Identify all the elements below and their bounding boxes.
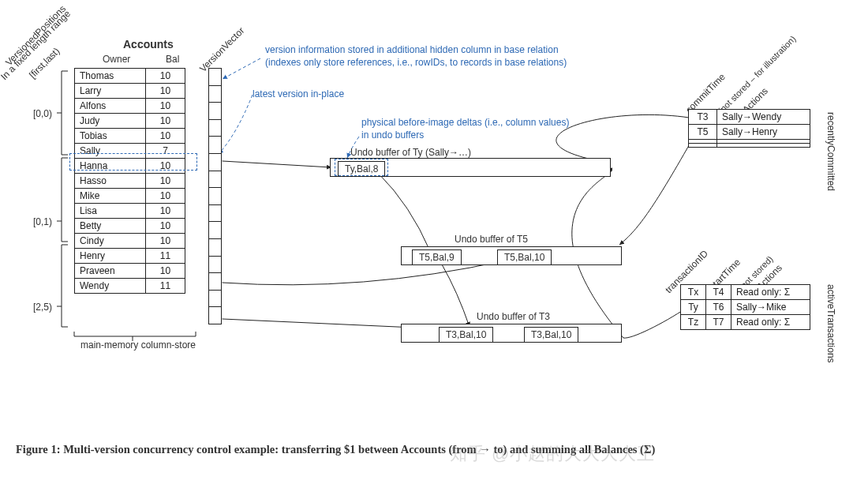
at-start-cell: T4 xyxy=(706,285,731,300)
owner-cell: Judy xyxy=(75,114,146,129)
vv-cell xyxy=(209,256,222,273)
sally-row-highlight xyxy=(69,153,197,171)
account-row: Mike10 xyxy=(75,189,185,204)
account-row: Judy10 xyxy=(75,114,185,129)
bal-cell: 10 xyxy=(146,189,185,204)
physical-deltas-note-1: physical before-image deltas (i.e., colu… xyxy=(361,117,569,128)
recently-committed-label: recentlyCommitted xyxy=(825,112,836,191)
at-row: TxT4Read only: Σ xyxy=(681,285,810,300)
recently-committed-table: T3Sally→WendyT5Sally→Henry xyxy=(688,109,810,148)
owner-header: Owner xyxy=(103,54,130,65)
account-row: Tobias10 xyxy=(75,129,185,144)
at-row: TyT6Sally→Mike xyxy=(681,300,810,315)
account-row: Henry11 xyxy=(75,249,185,264)
rc-action-cell: Sally→Wendy xyxy=(717,110,810,125)
at-start-cell: T7 xyxy=(706,315,731,330)
vv-cell xyxy=(209,204,222,222)
account-row: Lisa10 xyxy=(75,204,185,219)
rc-row xyxy=(689,144,810,148)
account-row: Hasso10 xyxy=(75,174,185,189)
version-vector-label: VersionVector xyxy=(197,25,246,74)
version-vector-column xyxy=(208,68,222,324)
vv-cell xyxy=(209,290,222,307)
bal-cell: 10 xyxy=(146,114,185,129)
account-row: Larry10 xyxy=(75,84,185,99)
vv-cell xyxy=(209,238,222,256)
owner-cell: Alfons xyxy=(75,99,146,114)
figure-caption: Figure 1: Multi-version concurrency cont… xyxy=(16,442,836,458)
at-start-cell: T6 xyxy=(706,300,731,315)
account-row: Alfons10 xyxy=(75,99,185,114)
owner-cell: Mike xyxy=(75,189,146,204)
owner-cell: Betty xyxy=(75,219,146,234)
account-row: Thomas10 xyxy=(75,69,185,84)
rc-row: T5Sally→Henry xyxy=(689,125,810,140)
at-action-cell: Read only: Σ xyxy=(731,315,810,330)
undo-t5-cell-1: T5,Bal,10 xyxy=(497,249,552,265)
bal-cell: 10 xyxy=(146,264,185,279)
accounts-table: Thomas10Larry10Alfons10Judy10Tobias10Sal… xyxy=(74,68,185,294)
bal-cell: 10 xyxy=(146,204,185,219)
owner-cell: Lisa xyxy=(75,204,146,219)
rc-time-cell xyxy=(689,144,717,148)
vv-cell xyxy=(209,273,222,291)
bal-cell: 10 xyxy=(146,84,185,99)
rc-action-cell: Sally→Henry xyxy=(717,125,810,140)
vv-cell xyxy=(209,171,222,188)
vv-cell xyxy=(209,222,222,239)
account-row: Praveen10 xyxy=(75,264,185,279)
bal-cell: 11 xyxy=(146,279,185,294)
bal-cell: 11 xyxy=(146,249,185,264)
vv-cell xyxy=(209,103,222,120)
vv-cell xyxy=(209,153,222,171)
rc-action-cell xyxy=(717,144,810,148)
account-row: Cindy10 xyxy=(75,234,185,249)
owner-cell: Thomas xyxy=(75,69,146,84)
accounts-heading: Accounts xyxy=(123,38,174,51)
main-memory-label: main-memory column-store xyxy=(80,339,196,351)
owner-cell: Wendy xyxy=(75,279,146,294)
at-action-cell: Read only: Σ xyxy=(731,285,810,300)
undo-t3-cell-0: T3,Bal,10 xyxy=(439,327,493,343)
version-info-note-1: version information stored in additional… xyxy=(265,44,559,55)
account-row: Betty10 xyxy=(75,219,185,234)
rc-time-cell: T5 xyxy=(689,125,717,140)
vv-cell xyxy=(209,85,222,103)
bal-cell: 10 xyxy=(146,174,185,189)
undo-t3-cell-1: T3,Bal,10 xyxy=(524,327,578,343)
at-id-cell: Tz xyxy=(681,315,706,330)
bal-header: Bal xyxy=(166,54,179,65)
undo-t3-box xyxy=(401,324,622,343)
vv-cell xyxy=(209,137,222,154)
vv-cell xyxy=(209,307,222,324)
version-info-note-2: (indexes only store references, i.e., ro… xyxy=(265,57,567,68)
undo-ty-dashed-highlight xyxy=(335,159,388,176)
rc-row: T3Sally→Wendy xyxy=(689,110,810,125)
at-row: TzT7Read only: Σ xyxy=(681,315,810,330)
owner-cell: Hasso xyxy=(75,174,146,189)
owner-cell: Larry xyxy=(75,84,146,99)
undo-t5-label: Undo buffer of T5 xyxy=(455,234,528,245)
active-transactions-label: activeTransactions xyxy=(825,284,836,363)
rc-time-cell: T3 xyxy=(689,110,717,125)
undo-t5-cell-0: T5,Bal,9 xyxy=(412,249,462,265)
latest-version-note: latest version in-place xyxy=(253,88,344,99)
account-row: Wendy11 xyxy=(75,279,185,294)
vv-cell xyxy=(209,119,222,137)
bal-cell: 10 xyxy=(146,99,185,114)
vv-cell xyxy=(209,188,222,205)
owner-cell: Henry xyxy=(75,249,146,264)
versioned-positions-label: VersionedPositions xyxy=(3,3,68,68)
undo-t3-label: Undo buffer of T3 xyxy=(477,311,550,322)
owner-cell: Praveen xyxy=(75,264,146,279)
at-id-cell: Tx xyxy=(681,285,706,300)
range-2: [2,5) xyxy=(33,302,52,313)
bal-cell: 10 xyxy=(146,219,185,234)
active-transactions-table: TxT4Read only: ΣTyT6Sally→MikeTzT7Read o… xyxy=(680,284,810,330)
owner-cell: Tobias xyxy=(75,129,146,144)
bal-cell: 10 xyxy=(146,69,185,84)
vv-cell xyxy=(209,69,222,86)
physical-deltas-note-2: in undo buffers xyxy=(361,129,424,141)
bal-cell: 10 xyxy=(146,234,185,249)
range-0: [0,0) xyxy=(33,108,52,119)
